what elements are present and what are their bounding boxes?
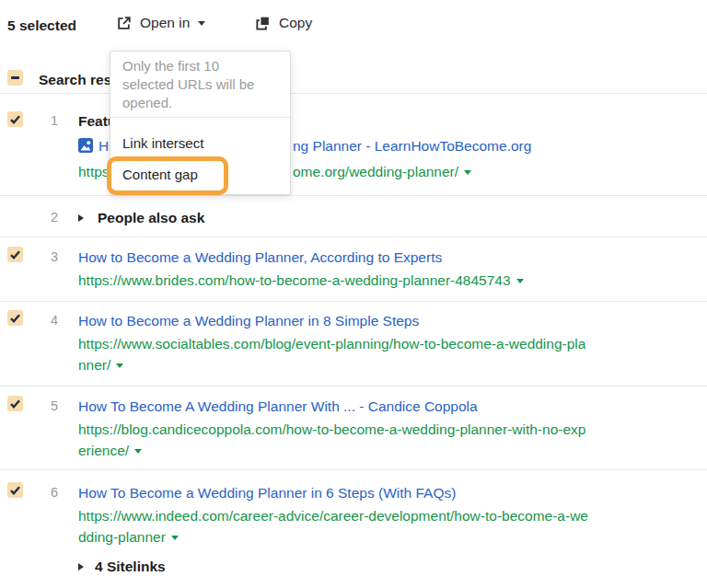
selected-count: 5 selected xyxy=(7,17,76,34)
result-title-link[interactable]: How To Become A Wedding Planner With ...… xyxy=(78,398,686,416)
dropdown-note-line: opened. xyxy=(122,94,279,112)
sitelinks-expander[interactable]: 4 Sitelinks xyxy=(78,558,166,576)
divider xyxy=(0,93,707,94)
check-icon xyxy=(10,250,20,259)
dropdown-note-line: Only the first 10 xyxy=(122,57,279,75)
open-in-label: Open in xyxy=(140,15,190,31)
expand-arrow-icon xyxy=(78,214,84,222)
row-number: 4 xyxy=(46,313,63,328)
dropdown-note-line: selected URLs will be xyxy=(122,75,279,94)
menu-item-content-gap[interactable]: Content gap xyxy=(110,158,290,190)
result-url[interactable]: https://blog.candicecoppola.com/how-to-b… xyxy=(78,419,686,461)
people-also-ask-expander[interactable]: People also ask xyxy=(78,209,204,227)
expander-label: 4 Sitelinks xyxy=(95,558,166,576)
serp-results-page: 5 selected Open in Copy Search results xyxy=(0,0,707,588)
row-number: 1 xyxy=(46,113,63,128)
result-url[interactable]: https://www.indeed.com/career-advice/car… xyxy=(78,505,686,548)
result-title-link[interactable]: ng Planner - LearnHowToBecome.org xyxy=(293,137,531,156)
result-url[interactable]: https://www.socialtables.com/blog/event-… xyxy=(78,333,686,375)
result-url[interactable]: https://www.brides.com/how-to-become-a-w… xyxy=(78,270,686,291)
divider xyxy=(0,469,707,470)
check-icon xyxy=(10,314,20,323)
divider xyxy=(0,236,707,237)
url-caret-icon[interactable] xyxy=(516,279,524,283)
row-checkbox[interactable] xyxy=(7,111,23,127)
url-caret-icon[interactable] xyxy=(171,536,179,540)
check-icon xyxy=(10,399,20,409)
menu-item-link-intersect[interactable]: Link intersect xyxy=(110,127,290,158)
row-checkbox[interactable] xyxy=(7,482,23,498)
check-icon xyxy=(10,486,20,495)
result-title-link[interactable]: H xyxy=(99,137,109,156)
open-in-dropdown: Only the first 10 selected URLs will be … xyxy=(110,51,291,195)
url-caret-icon[interactable] xyxy=(116,363,123,368)
expander-label: People also ask xyxy=(98,209,204,227)
caret-down-icon xyxy=(198,21,205,26)
row-checkbox[interactable] xyxy=(7,310,23,326)
row-number: 6 xyxy=(46,485,63,500)
divider xyxy=(0,386,707,386)
result-title-link[interactable]: How To Become a Wedding Planner in 6 Ste… xyxy=(78,484,686,502)
row-number: 2 xyxy=(46,210,63,225)
row-checkbox[interactable] xyxy=(7,247,23,262)
select-all-checkbox[interactable] xyxy=(7,70,23,86)
open-in-button[interactable]: Open in xyxy=(116,15,205,31)
open-in-new-icon xyxy=(116,16,132,31)
dropdown-menu: Link intersect Content gap xyxy=(110,118,290,195)
image-icon xyxy=(78,138,93,153)
check-icon xyxy=(10,115,20,124)
copy-button[interactable]: Copy xyxy=(255,15,312,31)
expand-arrow-icon xyxy=(78,563,84,571)
url-caret-icon[interactable] xyxy=(134,449,142,454)
row-number: 5 xyxy=(46,398,63,413)
row-number: 3 xyxy=(46,249,63,264)
result-url[interactable]: ome.org/wedding-planner/ xyxy=(293,163,471,181)
row-checkbox[interactable] xyxy=(7,396,23,411)
result-title-link[interactable]: How to Become a Wedding Planner in 8 Sim… xyxy=(78,312,686,330)
result-url[interactable]: https xyxy=(78,163,110,181)
divider xyxy=(0,195,707,196)
indeterminate-mark-icon xyxy=(11,76,19,79)
copy-label: Copy xyxy=(279,15,312,31)
url-caret-icon[interactable] xyxy=(464,170,471,175)
result-title-link[interactable]: How to Become a Wedding Planner, Accordi… xyxy=(78,248,686,267)
dropdown-note: Only the first 10 selected URLs will be … xyxy=(110,52,290,118)
copy-icon xyxy=(255,16,271,31)
divider xyxy=(0,301,707,302)
